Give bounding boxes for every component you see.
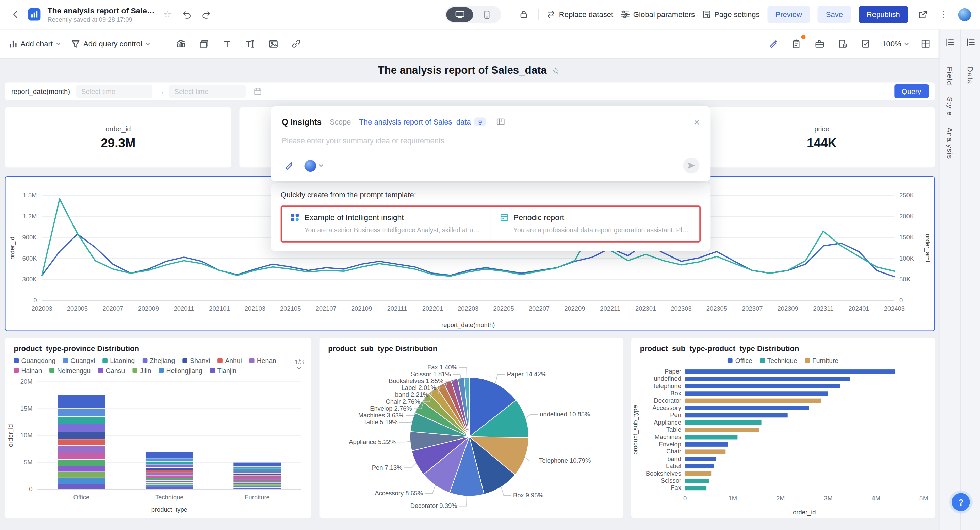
legend-swatch bbox=[760, 358, 765, 363]
replace-dataset-button[interactable]: Replace dataset bbox=[546, 10, 613, 19]
svg-text:Appliance 5.22%: Appliance 5.22% bbox=[349, 438, 396, 445]
republish-button[interactable]: Republish bbox=[859, 6, 908, 23]
user-avatar[interactable] bbox=[958, 8, 972, 21]
zoom-control[interactable]: 100% bbox=[882, 40, 909, 48]
clipboard-icon[interactable] bbox=[789, 37, 803, 50]
redo-icon[interactable] bbox=[199, 8, 213, 21]
more-menu-icon[interactable]: ⋮ bbox=[937, 8, 950, 21]
kpi-card-price[interactable]: price 144K bbox=[708, 108, 935, 167]
legend-item[interactable]: Gansu bbox=[98, 367, 125, 374]
kpi-value: 144K bbox=[807, 136, 837, 150]
end-date-input[interactable] bbox=[169, 85, 246, 98]
pie-chart-card[interactable]: product_sub_type Distribution Fax 1.40%S… bbox=[320, 338, 624, 518]
horizontal-bar-chart[interactable]: PaperundefinedTelephoneBoxDecoratorAcces… bbox=[631, 365, 935, 516]
svg-text:order_id: order_id bbox=[793, 509, 816, 516]
layout-grid-icon[interactable] bbox=[919, 37, 932, 50]
device-toggle[interactable] bbox=[445, 6, 501, 23]
collapse-panel-icon[interactable] bbox=[945, 37, 954, 49]
stacked-bar-chart[interactable]: 05M10M15M20MOfficeTechniqueFurnitureprod… bbox=[5, 378, 311, 516]
pie-chart[interactable]: Fax 1.40%Scissor 1.81%Bookshelves 1.85%L… bbox=[320, 354, 624, 516]
legend-item[interactable]: Zhejiang bbox=[142, 357, 175, 364]
start-date-input[interactable] bbox=[76, 85, 153, 98]
bi-editor-app: The analysis report of Sales_d... Recent… bbox=[0, 0, 980, 530]
legend-item[interactable]: Anhui bbox=[218, 357, 242, 364]
favorite-star-icon[interactable]: ☆ bbox=[161, 8, 174, 21]
tab-style[interactable]: Style bbox=[946, 97, 953, 116]
svg-text:0: 0 bbox=[29, 486, 32, 493]
history-icon[interactable] bbox=[836, 37, 850, 50]
province-chart-card[interactable]: product_type-province Distribution Guang… bbox=[5, 338, 311, 518]
page-settings-button[interactable]: Page settings bbox=[702, 10, 759, 19]
tab-analysis[interactable]: Analysis bbox=[946, 127, 953, 159]
preview-button[interactable]: Preview bbox=[767, 6, 810, 23]
legend-item[interactable]: Liaoning bbox=[102, 357, 135, 364]
legend-item[interactable]: Neimenggu bbox=[50, 367, 91, 374]
scope-link[interactable]: The analysis report of Sales_data bbox=[359, 117, 471, 126]
text-icon[interactable] bbox=[220, 37, 234, 50]
prompt-input[interactable] bbox=[282, 136, 699, 145]
add-query-control-button[interactable]: Add query control bbox=[72, 40, 151, 48]
template-intelligent-insight[interactable]: Example of Intelligent insight You are a… bbox=[282, 207, 490, 241]
desktop-view-button[interactable] bbox=[447, 7, 473, 21]
send-button[interactable] bbox=[683, 157, 700, 174]
legend-item[interactable]: Guangxi bbox=[63, 357, 95, 364]
magic-pen-icon[interactable] bbox=[282, 159, 295, 173]
task-check-icon[interactable] bbox=[859, 37, 872, 50]
svg-text:300K: 300K bbox=[22, 276, 37, 283]
lock-icon[interactable] bbox=[517, 8, 531, 21]
kpi-card-order-id[interactable]: order_id 29.3M bbox=[5, 108, 231, 167]
back-button[interactable] bbox=[9, 8, 22, 21]
combo-chart-icon[interactable] bbox=[174, 37, 188, 50]
title-star-icon[interactable]: ☆ bbox=[552, 66, 559, 76]
legend-item[interactable]: Hainan bbox=[14, 367, 42, 374]
page-settings-label: Page settings bbox=[714, 10, 760, 19]
collapse-panel-icon[interactable] bbox=[966, 37, 975, 49]
svg-text:Chair: Chair bbox=[666, 447, 681, 455]
query-button[interactable]: Query bbox=[894, 84, 929, 98]
bottom-chart-row: product_type-province Distribution Guang… bbox=[5, 338, 935, 518]
svg-text:5M: 5M bbox=[920, 495, 928, 502]
media-card-icon[interactable] bbox=[197, 37, 211, 50]
template-periodic-report[interactable]: Periodic report You are a professional d… bbox=[490, 207, 699, 241]
scope-board-icon[interactable] bbox=[494, 115, 508, 129]
calendar-icon[interactable] bbox=[251, 84, 264, 98]
svg-text:Envelop 2.76%: Envelop 2.76% bbox=[370, 405, 412, 412]
svg-text:order_id: order_id bbox=[8, 236, 16, 259]
legend-item[interactable]: Henan bbox=[250, 357, 276, 364]
add-chart-button[interactable]: Add chart bbox=[9, 40, 62, 48]
svg-text:Fax 1.40%: Fax 1.40% bbox=[427, 363, 457, 371]
legend-item[interactable]: Jilin bbox=[132, 367, 151, 374]
legend-item[interactable]: Tianjin bbox=[210, 367, 237, 374]
model-selector[interactable] bbox=[304, 160, 324, 171]
report-type-icon bbox=[28, 8, 41, 21]
svg-text:Label: Label bbox=[666, 462, 681, 470]
close-icon[interactable]: × bbox=[694, 117, 699, 127]
tab-data[interactable]: Data bbox=[966, 67, 974, 85]
image-icon[interactable] bbox=[266, 37, 280, 50]
legend-item[interactable]: Furniture bbox=[805, 355, 838, 365]
legend-item[interactable]: Technique bbox=[760, 355, 797, 365]
text-cursor-icon[interactable] bbox=[243, 37, 257, 50]
briefcase-icon[interactable] bbox=[813, 37, 826, 50]
legend-item[interactable]: Heilongjiang bbox=[159, 367, 202, 374]
tab-field[interactable]: Field bbox=[946, 67, 953, 86]
share-icon[interactable] bbox=[916, 8, 929, 21]
svg-text:0: 0 bbox=[683, 495, 687, 502]
legend-pager[interactable]: 1/3 bbox=[295, 358, 304, 370]
legend-item[interactable]: Office bbox=[728, 355, 752, 365]
link-icon[interactable] bbox=[290, 37, 303, 50]
help-button[interactable]: ? bbox=[952, 493, 970, 511]
page-title: The analysis report of Sales_data bbox=[378, 64, 546, 77]
legend-swatch bbox=[805, 358, 810, 363]
model-avatar bbox=[304, 160, 316, 171]
svg-text:product_sub_type: product_sub_type bbox=[632, 405, 639, 455]
theme-wand-icon[interactable] bbox=[766, 37, 780, 50]
hbar-chart-card[interactable]: product_sub_type-product_type Distributi… bbox=[631, 338, 935, 518]
global-parameters-button[interactable]: Global parameters bbox=[620, 10, 695, 19]
legend-item[interactable]: Shanxi bbox=[182, 357, 210, 364]
undo-icon[interactable] bbox=[180, 8, 194, 21]
svg-text:band: band bbox=[667, 455, 681, 462]
mobile-view-button[interactable] bbox=[473, 7, 500, 21]
legend-item[interactable]: Guangdong bbox=[14, 357, 56, 364]
save-button[interactable]: Save bbox=[818, 6, 851, 23]
